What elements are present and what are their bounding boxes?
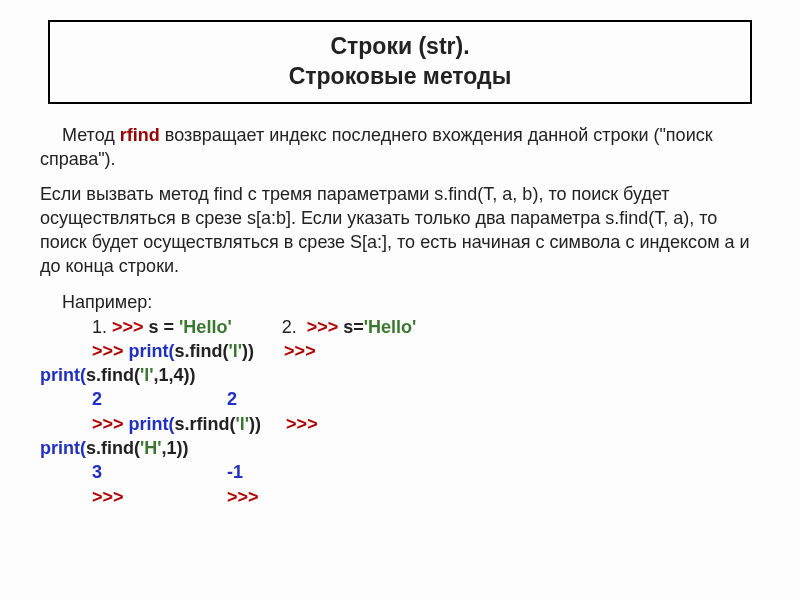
close-paren: )) bbox=[249, 414, 261, 434]
result-neg1: -1 bbox=[227, 462, 243, 482]
fn-sfind: s.find( bbox=[86, 438, 140, 458]
prompt: >>> bbox=[286, 414, 323, 434]
intro-paragraph: Метод rfind возвращает индекс последнего… bbox=[40, 124, 760, 172]
ex2-marker: 2. bbox=[282, 317, 307, 337]
prompt: >>> bbox=[112, 317, 149, 337]
fn-print: print( bbox=[129, 414, 175, 434]
fn-print: print( bbox=[129, 341, 175, 361]
code-line-3: 2 2 bbox=[40, 387, 760, 411]
result-2b: 2 bbox=[227, 389, 237, 409]
arg-l: 'l' bbox=[140, 365, 154, 385]
assign-left: s = bbox=[149, 317, 180, 337]
string-literal: 'Hello' bbox=[179, 317, 232, 337]
prompt: >>> bbox=[227, 487, 264, 507]
fn-srfind: s.rfind( bbox=[175, 414, 236, 434]
code-line-6: >>> >>> bbox=[40, 485, 760, 509]
code-line-2a: >>> print(s.find('l')) >>> bbox=[40, 339, 760, 363]
slide-title: Строки (str). Строковые методы bbox=[68, 32, 732, 92]
result-2: 2 bbox=[92, 387, 212, 411]
arg-l: 'l' bbox=[236, 414, 250, 434]
details-paragraph: Если вызвать метод find с тремя параметр… bbox=[40, 183, 760, 278]
fn-sfind: s.find( bbox=[175, 341, 229, 361]
code-line-4a: >>> print(s.rfind('l')) >>> bbox=[40, 412, 760, 436]
code-line-2b: print(s.find('l',1,4)) bbox=[40, 363, 760, 387]
arg-H: 'H' bbox=[140, 438, 162, 458]
close-paren: )) bbox=[242, 341, 254, 361]
intro-lead: Метод bbox=[62, 125, 120, 145]
string-literal: 'Hello' bbox=[364, 317, 417, 337]
fn-print: print( bbox=[40, 438, 86, 458]
fn-sfind: s.find( bbox=[86, 365, 140, 385]
code-line-5: 3 -1 bbox=[40, 460, 760, 484]
prompt: >>> bbox=[92, 341, 129, 361]
args-tail: ,1,4)) bbox=[154, 365, 196, 385]
result-3: 3 bbox=[92, 460, 212, 484]
code-example: Например: 1. >>> s = 'Hello' 2. >>> s='H… bbox=[40, 290, 760, 509]
assign-left: s= bbox=[343, 317, 364, 337]
title-box: Строки (str). Строковые методы bbox=[48, 20, 752, 104]
code-line-1: 1. >>> s = 'Hello' 2. >>> s='Hello' bbox=[40, 315, 760, 339]
prompt: >>> bbox=[284, 341, 321, 361]
method-name-rfind: rfind bbox=[120, 125, 160, 145]
prompt: >>> bbox=[307, 317, 344, 337]
arg-l: 'l' bbox=[229, 341, 243, 361]
prompt: >>> bbox=[92, 485, 212, 509]
example-label: Например: bbox=[40, 290, 760, 314]
args-tail: ,1)) bbox=[162, 438, 189, 458]
ex1-marker: 1. bbox=[92, 317, 112, 337]
fn-print: print( bbox=[40, 365, 86, 385]
code-line-4b: print(s.find('H',1)) bbox=[40, 436, 760, 460]
prompt: >>> bbox=[92, 414, 129, 434]
